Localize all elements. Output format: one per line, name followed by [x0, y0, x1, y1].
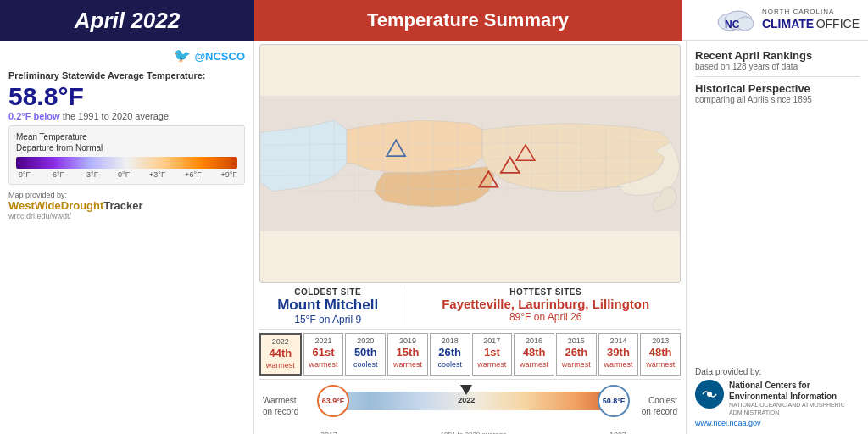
rank-year: 2017 [474, 337, 511, 347]
hist-coolest-label: Coolest on record [635, 395, 677, 417]
rank-cell: 2018 26th coolest [430, 333, 470, 376]
rank-cell: 2022 44th warmest [259, 333, 302, 376]
rank-year: 2014 [600, 337, 637, 347]
legend-label-6: +9°F [221, 170, 237, 179]
legend-label-0: -9°F [16, 170, 31, 179]
rank-number: 39th [607, 346, 630, 359]
page-title: April 2022 [75, 8, 180, 34]
rank-number: 48th [523, 346, 546, 359]
rank-year: 2021 [305, 337, 342, 347]
anomaly-suffix: the 1991 to 2020 average [63, 111, 169, 121]
legend-color-bar [16, 157, 237, 169]
twitter-handle[interactable]: @NCSCO [194, 50, 245, 63]
ncei-name-3: NATIONAL OCEANIC AND ATMOSPHERIC ADMINIS… [729, 402, 860, 416]
ncei-name-2: Environmental Information [729, 391, 860, 402]
historical-title: Historical Perspective [695, 82, 860, 95]
sites-divider [403, 287, 403, 326]
header: April 2022 Temperature Summary NC NORTH … [0, 0, 868, 41]
header-title-area: April 2022 [0, 0, 254, 41]
rank-type: warmest [305, 360, 342, 370]
app-container: April 2022 Temperature Summary NC NORTH … [0, 0, 868, 434]
historical-bar-area: Warmest on record 63.9°F 50.8°F [259, 381, 681, 431]
rank-cell: 2016 48th warmest [514, 333, 554, 376]
rank-cell: 2021 61st warmest [303, 333, 344, 376]
hist-year-labels: 2017 1991 to 2020 average 1907 [319, 431, 628, 434]
hist-gradient-container: 63.9°F 50.8°F 2022 2017 1991 to 2020 ave… [319, 385, 628, 427]
legend-label-3: 0°F [118, 170, 130, 179]
hist-warmest-bubble: 63.9°F [317, 385, 349, 417]
rank-number: 26th [438, 346, 461, 359]
rank-type: warmest [558, 360, 595, 370]
rank-number: 44th [269, 347, 292, 359]
right-spacer [695, 108, 860, 364]
historical-title-area: Historical Perspective comparing all Apr… [695, 82, 860, 104]
nc-logo-north-carolina: NORTH CAROLINA [762, 7, 860, 16]
ncei-credit: Data provided by: National Centers for E… [695, 367, 860, 427]
rankings-title: Recent April Rankings [695, 49, 860, 62]
rank-number: 1st [484, 346, 500, 359]
hottest-site-box: HOTTEST SITES Fayetteville, Laurinburg, … [412, 287, 679, 326]
nc-logo-climate: CLIMATE [762, 17, 814, 31]
legend-label-2: -3°F [84, 170, 98, 179]
legend-labels: -9°F -6°F -3°F 0°F +3°F +6°F +9°F [16, 170, 237, 179]
header-logo-area: NC NORTH CAROLINA CLIMATE OFFICE [682, 0, 868, 41]
nc-map-container [259, 44, 681, 283]
rank-cell: 2013 48th warmest [640, 333, 681, 376]
ncei-emblem [695, 380, 724, 409]
hist-coolest-year: 1907 [609, 431, 626, 434]
center-panel: COLDEST SITE Mount Mitchell 15°F on Apri… [254, 41, 686, 434]
rank-type: warmest [600, 360, 637, 370]
hist-coolest-bubble: 50.8°F [598, 385, 630, 417]
legend-title: Mean Temperature Departure from Normal [16, 131, 237, 153]
hottest-site-temp: 89°F on April 26 [412, 311, 679, 323]
rank-number: 15th [397, 346, 420, 359]
legend-label-1: -6°F [50, 170, 64, 179]
map-credit-label: Map provided by: [8, 191, 245, 199]
rank-number: 61st [313, 346, 335, 359]
hist-warmest-label: Warmest on record [263, 395, 312, 417]
nc-map-svg [260, 45, 680, 282]
right-panel: Recent April Rankings based on 128 years… [686, 41, 868, 434]
rank-year: 2022 [262, 337, 299, 348]
hist-warmest-year: 2017 [320, 431, 337, 434]
rankings-title-area: Recent April Rankings based on 128 years… [695, 49, 860, 71]
divider-1 [259, 329, 681, 330]
rank-type: warmest [474, 360, 511, 370]
hist-avg-label: 1991 to 2020 average [441, 431, 507, 434]
ncei-logo-icon [699, 384, 720, 404]
rank-cell: 2015 26th warmest [556, 333, 597, 376]
rank-year: 2020 [347, 337, 384, 347]
drought-tracker: Map provided by: WestWideDroughtTracker … [8, 191, 245, 220]
rank-type: warmest [389, 360, 426, 370]
rank-type: coolest [431, 360, 469, 370]
legend-label-5: +6°F [185, 170, 201, 179]
rank-cell: 2017 1st warmest [472, 333, 513, 376]
right-divider-1 [695, 76, 860, 77]
rankings-bar-area: 2022 44th warmest 2021 61st warmest 2020… [259, 331, 681, 377]
sites-row: COLDEST SITE Mount Mitchell 15°F on Apri… [259, 283, 681, 327]
rank-number: 50th [354, 346, 377, 359]
page-subtitle: Temperature Summary [367, 9, 569, 31]
coldest-site-label: COLDEST SITE [261, 287, 394, 297]
rank-year: 2016 [515, 337, 553, 347]
rankings-subtitle: based on 128 years of data [695, 62, 860, 71]
hist-current-year: 2022 [458, 396, 475, 404]
drought-tracker-url: wrcc.dri.edu/wwdt/ [8, 212, 245, 220]
rank-cell: 2020 50th coolest [345, 333, 386, 376]
rank-number: 26th [565, 346, 587, 359]
coldest-site-box: COLDEST SITE Mount Mitchell 15°F on Apri… [261, 287, 394, 326]
hist-current-marker: 2022 [458, 385, 475, 404]
statewide-temp-area: Preliminary Statewide Average Temperatur… [8, 70, 245, 121]
legend-label-4: +3°F [149, 170, 165, 179]
rank-year: 2013 [642, 337, 679, 347]
historical-subtitle: comparing all Aprils since 1895 [695, 95, 860, 104]
left-panel: 🐦 @NCSCO Preliminary Statewide Average T… [0, 41, 254, 434]
rank-type: coolest [347, 360, 384, 370]
rank-number: 48th [649, 346, 672, 359]
nc-climate-office-logo: NC NORTH CAROLINA CLIMATE OFFICE [715, 5, 860, 36]
rank-year: 2018 [431, 337, 469, 347]
rank-type: warmest [262, 361, 299, 371]
ncei-data-label: Data provided by: [695, 367, 860, 376]
rank-type: warmest [515, 360, 553, 370]
svg-text:NC: NC [725, 19, 740, 31]
